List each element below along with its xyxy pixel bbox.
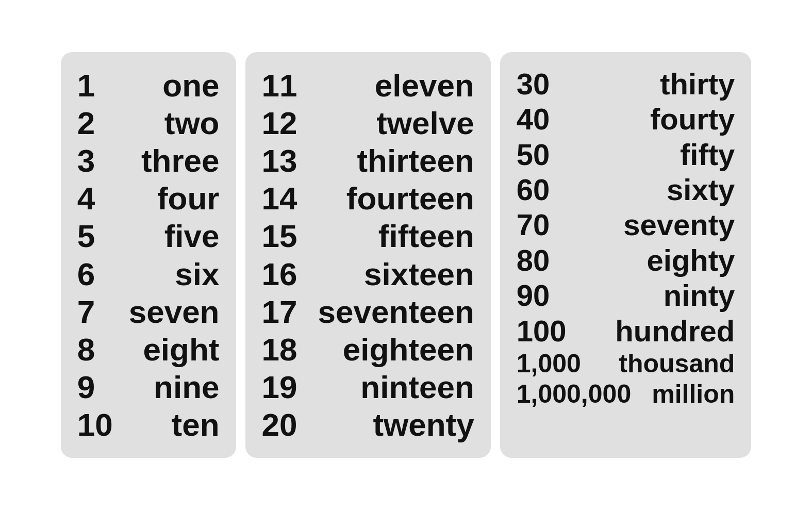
number-digit: 11 — [262, 67, 297, 104]
number-digit: 1 — [77, 67, 108, 104]
number-word: fourty — [650, 102, 735, 137]
card-30-million: 30thirty40fourty50fifty60sixty70seventy8… — [500, 52, 752, 458]
number-digit: 7 — [77, 293, 108, 331]
number-word: hundred — [615, 314, 735, 349]
number-word: twenty — [373, 406, 474, 443]
main-container: 1one2two3three4four5five6six7seven8eight… — [51, 42, 762, 469]
number-row: 40fourty — [517, 102, 735, 137]
number-digit: 15 — [262, 217, 297, 255]
number-word: thirteen — [357, 142, 474, 179]
number-row: 7seven — [77, 293, 220, 331]
number-word: seven — [129, 293, 220, 331]
number-row: 8eight — [77, 331, 220, 368]
number-row: 60sixty — [517, 172, 735, 207]
number-digit: 40 — [517, 102, 558, 137]
number-row: 17seventeen — [262, 293, 474, 331]
number-word: six — [175, 255, 219, 293]
number-word: fifteen — [378, 217, 474, 255]
number-word: twelve — [376, 104, 474, 142]
number-word: thirty — [660, 67, 735, 102]
number-row: 14fourteen — [262, 179, 474, 217]
number-row: 30thirty — [517, 67, 735, 102]
number-row: 16sixteen — [262, 255, 474, 293]
number-digit: 17 — [262, 293, 297, 331]
number-word: five — [164, 217, 220, 255]
number-row: 19ninteen — [262, 368, 474, 406]
number-word: ninteen — [360, 368, 474, 406]
number-word: four — [157, 179, 220, 217]
number-row: 11eleven — [262, 67, 474, 104]
number-word: three — [141, 142, 220, 179]
number-digit: 9 — [77, 368, 108, 406]
number-row: 1,000,000million — [517, 379, 735, 409]
number-digit: 50 — [517, 137, 558, 172]
number-row: 9nine — [77, 368, 220, 406]
number-row: 13thirteen — [262, 142, 474, 179]
number-word: seventy — [623, 207, 735, 242]
number-word: seventeen — [318, 293, 474, 331]
number-row: 12twelve — [262, 104, 474, 142]
number-digit: 8 — [77, 331, 108, 368]
number-digit: 20 — [262, 406, 297, 443]
number-row: 4four — [77, 179, 220, 217]
number-word: fifty — [680, 137, 735, 172]
number-digit: 2 — [77, 104, 108, 142]
number-word: ninty — [664, 278, 735, 313]
number-word: thousand — [619, 349, 735, 379]
number-word: eighty — [647, 243, 735, 278]
number-digit: 19 — [262, 368, 297, 406]
number-row: 100hundred — [517, 314, 735, 349]
number-digit: 6 — [77, 255, 108, 293]
number-word: sixty — [667, 172, 735, 207]
number-word: fourteen — [346, 179, 474, 217]
number-digit: 13 — [262, 142, 297, 179]
number-row: 3three — [77, 142, 220, 179]
number-digit: 100 — [517, 314, 567, 349]
number-digit: 14 — [262, 179, 297, 217]
card-11-20: 11eleven12twelve13thirteen14fourteen15fi… — [245, 52, 491, 458]
number-digit: 4 — [77, 179, 108, 217]
number-digit: 12 — [262, 104, 297, 142]
number-row: 70seventy — [517, 207, 735, 242]
number-digit: 10 — [77, 406, 113, 443]
number-row: 6six — [77, 255, 220, 293]
number-digit: 1,000,000 — [517, 379, 631, 409]
number-row: 15fifteen — [262, 217, 474, 255]
number-digit: 70 — [517, 207, 558, 242]
number-digit: 5 — [77, 217, 108, 255]
number-row: 1,000thousand — [517, 349, 735, 379]
number-word: eighteen — [343, 331, 474, 368]
number-row: 90ninty — [517, 278, 735, 313]
number-digit: 90 — [517, 278, 558, 313]
number-digit: 60 — [517, 172, 558, 207]
number-word: eleven — [375, 67, 474, 104]
number-word: million — [652, 379, 735, 409]
number-row: 1one — [77, 67, 220, 104]
number-row: 18eighteen — [262, 331, 474, 368]
number-digit: 16 — [262, 255, 297, 293]
number-digit: 18 — [262, 331, 297, 368]
number-row: 5five — [77, 217, 220, 255]
number-digit: 30 — [517, 67, 558, 102]
number-digit: 3 — [77, 142, 108, 179]
number-word: two — [164, 104, 220, 142]
number-row: 20twenty — [262, 406, 474, 443]
number-row: 50fifty — [517, 137, 735, 172]
number-row: 2two — [77, 104, 220, 142]
number-word: sixteen — [364, 255, 474, 293]
number-row: 80eighty — [517, 243, 735, 278]
number-word: eight — [143, 331, 219, 368]
number-word: nine — [154, 368, 219, 406]
card-1-10: 1one2two3three4four5five6six7seven8eight… — [61, 52, 236, 458]
number-digit: 1,000 — [517, 349, 581, 379]
number-word: one — [162, 67, 219, 104]
number-digit: 80 — [517, 243, 558, 278]
number-word: ten — [172, 406, 220, 443]
number-row: 10ten — [77, 406, 220, 443]
